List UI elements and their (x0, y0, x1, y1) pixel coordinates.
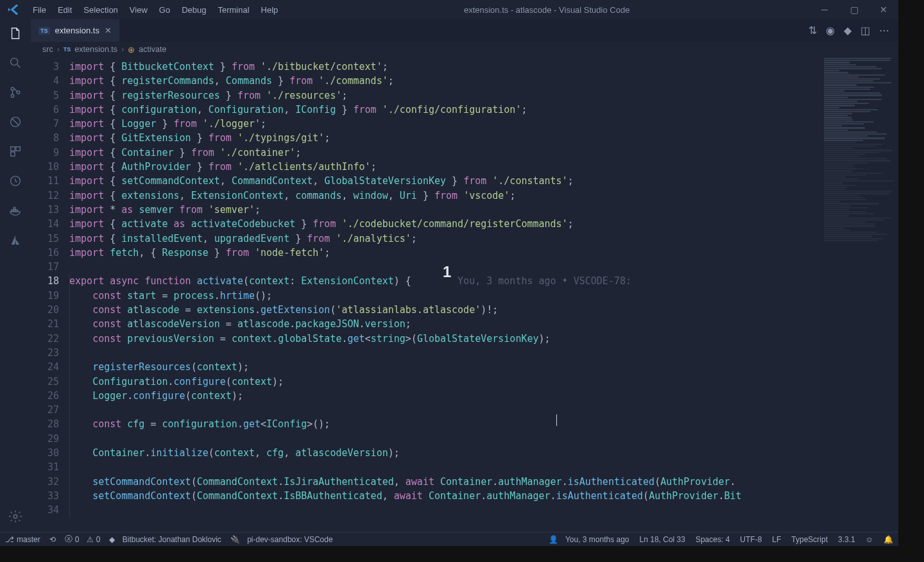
svg-point-1 (11, 87, 14, 90)
plug-icon: 🔌 (230, 535, 240, 544)
person-icon: 👤 (549, 535, 558, 544)
status-eol[interactable]: LF (772, 535, 781, 544)
menu-bar: File Edit Selection View Go Debug Termin… (27, 1, 284, 19)
tab-label: extension.ts (55, 26, 99, 35)
clock-icon[interactable] (6, 172, 24, 190)
breadcrumb-folder[interactable]: src (42, 45, 53, 54)
breadcrumb-file[interactable]: extension.ts (74, 45, 117, 54)
line-number-gutter: 3456789101112131415161718192021222324252… (31, 57, 69, 532)
atlassian-icon[interactable] (6, 231, 24, 249)
debug-icon[interactable] (6, 113, 24, 131)
explorer-icon[interactable] (6, 24, 24, 42)
source-control-icon[interactable] (6, 83, 24, 101)
window-controls: ─ ▢ ✕ (810, 4, 898, 15)
window-title: extension.ts - atlascode - Visual Studio… (284, 5, 810, 15)
menu-view[interactable]: View (124, 1, 153, 19)
status-language[interactable]: TypeScript (791, 535, 828, 544)
typescript-badge-icon: TS (38, 27, 50, 35)
compare-icon[interactable]: ⇅ (809, 24, 817, 37)
svg-rect-7 (11, 152, 15, 156)
chevron-right-icon: › (121, 45, 124, 54)
menu-terminal[interactable]: Terminal (212, 1, 255, 19)
svg-point-13 (13, 515, 17, 518)
minimize-button[interactable]: ─ (810, 4, 839, 15)
warning-icon: ⚠ (87, 535, 94, 544)
settings-gear-icon[interactable] (6, 507, 24, 525)
diff-icon[interactable]: ◆ (844, 24, 851, 37)
error-icon: ⓧ (65, 534, 73, 545)
svg-point-3 (17, 91, 20, 94)
status-version[interactable]: 3.3.1 (838, 535, 855, 544)
close-button[interactable]: ✕ (869, 4, 898, 15)
breadcrumb-symbol[interactable]: activate (139, 45, 166, 54)
status-sandbox[interactable]: 🔌 pi-dev-sandbox: VSCode (230, 535, 333, 544)
chevron-right-icon: › (57, 45, 60, 54)
tab-close-icon[interactable]: ✕ (105, 26, 112, 35)
typescript-badge-icon: TS (64, 46, 71, 53)
symbol-function-icon: ⊕ (128, 45, 135, 55)
activity-bar (0, 19, 31, 532)
menu-edit[interactable]: Edit (52, 1, 78, 19)
more-actions-icon[interactable]: ⋯ (879, 24, 889, 37)
tab-bar: TS extension.ts ✕ ⇅ ◉ ◆ ◫ ⋯ (31, 19, 898, 42)
menu-file[interactable]: File (27, 1, 52, 19)
svg-rect-6 (16, 147, 20, 151)
menu-debug[interactable]: Debug (176, 1, 212, 19)
status-indent[interactable]: Spaces: 4 (696, 535, 730, 544)
code-content[interactable]: import { BitbucketContext } from './bitb… (69, 57, 898, 532)
status-problems[interactable]: ⓧ0 ⚠0 (65, 534, 101, 545)
svg-rect-5 (11, 147, 15, 151)
vscode-logo-icon (0, 3, 27, 17)
docker-icon[interactable] (6, 201, 24, 219)
extensions-icon[interactable] (6, 142, 24, 160)
bitbucket-icon: ◆ (109, 535, 115, 544)
code-editor[interactable]: 3456789101112131415161718192021222324252… (31, 57, 898, 532)
maximize-button[interactable]: ▢ (839, 4, 869, 15)
svg-point-2 (11, 94, 14, 98)
svg-point-0 (11, 58, 18, 65)
preview-icon[interactable]: ◉ (826, 24, 835, 37)
status-blame[interactable]: 👤 You, 3 months ago (549, 535, 629, 544)
vscode-window: File Edit Selection View Go Debug Termin… (0, 0, 898, 546)
menu-selection[interactable]: Selection (78, 1, 123, 19)
status-encoding[interactable]: UTF-8 (740, 535, 762, 544)
notifications-icon[interactable]: 🔔 (884, 535, 893, 544)
branch-icon: ⎇ (5, 535, 14, 544)
status-branch[interactable]: ⎇master (5, 535, 40, 544)
titlebar: File Edit Selection View Go Debug Termin… (0, 0, 898, 19)
text-cursor (556, 414, 557, 426)
status-bar: ⎇master ⟲ ⓧ0 ⚠0 ◆ Bitbucket: Jonathan Do… (0, 532, 898, 546)
minimap[interactable] (821, 57, 898, 532)
status-sync[interactable]: ⟲ (49, 535, 56, 544)
status-cursor-pos[interactable]: Ln 18, Col 33 (640, 535, 685, 544)
editor-area: TS extension.ts ✕ ⇅ ◉ ◆ ◫ ⋯ src › TS ext… (31, 19, 898, 532)
search-icon[interactable] (6, 54, 24, 72)
menu-go[interactable]: Go (153, 1, 176, 19)
split-editor-icon[interactable]: ◫ (860, 24, 870, 37)
svg-rect-12 (13, 207, 15, 209)
tab-extension-ts[interactable]: TS extension.ts ✕ (31, 19, 119, 42)
editor-actions: ⇅ ◉ ◆ ◫ ⋯ (809, 24, 898, 37)
feedback-icon[interactable]: ☺ (866, 535, 873, 544)
status-bitbucket[interactable]: ◆ Bitbucket: Jonathan Doklovic (109, 535, 221, 544)
menu-help[interactable]: Help (255, 1, 284, 19)
breadcrumb[interactable]: src › TS extension.ts › ⊕ activate (31, 42, 898, 57)
